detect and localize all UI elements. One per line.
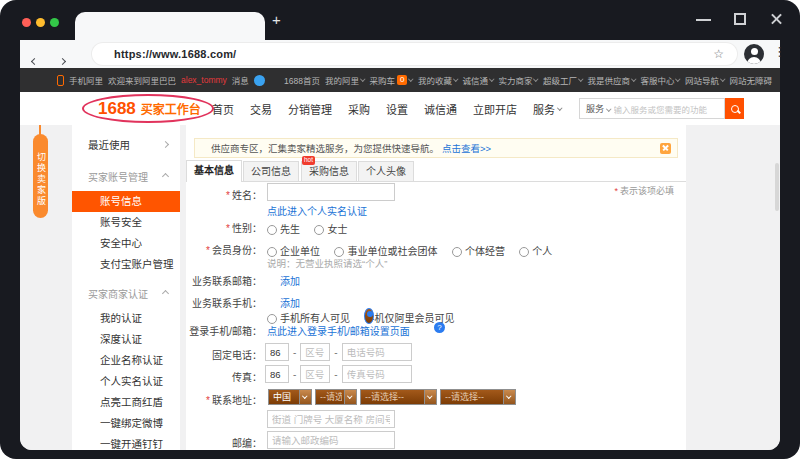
search-category-select[interactable]: 服务 <box>580 102 604 115</box>
topbar-messages-link[interactable]: 消息 <box>232 74 249 86</box>
phone-country-input[interactable] <box>265 343 289 361</box>
topbar-link-chengxintong[interactable]: 诚信通 <box>462 74 493 86</box>
banner-close-icon[interactable] <box>660 143 671 154</box>
switch-seller-ribbon[interactable]: 切换卖家版 <box>33 134 48 218</box>
topbar-username[interactable]: alex_tommy <box>181 75 227 85</box>
help-icon[interactable] <box>434 322 445 333</box>
browser-menu-icon[interactable]: ⋮ <box>773 44 786 59</box>
sidebar-item-my-certification[interactable]: 我的认证 <box>72 308 180 329</box>
sidebar-item-deep-certification[interactable]: 深度认证 <box>72 329 180 350</box>
window-maximize-icon[interactable] <box>734 13 746 25</box>
topbar-link-supplier[interactable]: 我是供应商 <box>587 74 635 86</box>
nav-item-trade[interactable]: 交易 <box>250 101 272 117</box>
radio-icon[interactable] <box>519 247 529 257</box>
member-type-label: 会员身份： <box>206 242 262 257</box>
street-input[interactable] <box>267 410 395 428</box>
sidebar-item-open-dingtalk[interactable]: 一键开通钉钉 <box>72 434 180 450</box>
tab-company-info[interactable]: 公司信息 <box>243 161 299 182</box>
topbar-link-strength-merchant[interactable]: 实力商家 <box>498 74 538 86</box>
nav-item-settings[interactable]: 设置 <box>386 101 408 117</box>
page-scrollbar[interactable] <box>775 163 779 211</box>
nav-item-services[interactable]: 服务 <box>533 101 562 117</box>
select-chevron-icon <box>424 390 436 404</box>
topbar-link-accessibility[interactable]: 网站无障碍 <box>729 74 772 86</box>
topbar-link-my-ali[interactable]: 我的阿里 <box>325 74 365 86</box>
back-icon[interactable] <box>32 50 37 68</box>
messenger-icon[interactable] <box>254 75 265 86</box>
window-minimize-icon[interactable] <box>696 19 711 21</box>
tab-basic-info[interactable]: 基本信息 <box>186 160 242 182</box>
sidebar-item-account-info[interactable]: 账号信息 <box>72 191 180 212</box>
fax-number-input[interactable] <box>342 365 412 383</box>
member-option-self-employed[interactable]: 个体经营 <box>452 246 505 257</box>
tab-avatar[interactable]: 个人头像 <box>358 161 414 182</box>
header-search-box[interactable]: 服务 输入服务或您需要的功能 <box>579 98 725 119</box>
tab-purchase-info[interactable]: 采购信息 hot <box>301 161 357 182</box>
search-button[interactable] <box>725 98 744 119</box>
radio-icon[interactable] <box>314 225 324 235</box>
login-contact-settings-link[interactable]: 点此进入登录手机/邮箱设置页面 <box>267 323 410 338</box>
fax-country-input[interactable] <box>265 365 289 383</box>
topbar-link-sitemap[interactable]: 网站导航 <box>685 74 725 86</box>
nav-item-home[interactable]: 首页 <box>212 101 234 117</box>
site-logo[interactable]: 1688 买家工作台 <box>98 99 201 119</box>
nav-item-open-shop[interactable]: 立即开店 <box>473 101 517 117</box>
topbar-link-cart[interactable]: 采购车0 <box>369 74 412 86</box>
country-select[interactable]: 中国 <box>268 389 312 405</box>
realname-cert-link[interactable]: 点此进入个人实名认证 <box>267 203 367 218</box>
add-biz-email-link[interactable]: 添加 <box>280 273 300 288</box>
chevron-up-icon <box>162 290 169 297</box>
window-close-icon[interactable] <box>770 13 783 26</box>
bookmark-star-icon[interactable]: ☆ <box>713 43 724 65</box>
phone-label: 固定电话： <box>212 347 262 362</box>
gender-option-female[interactable]: 女士 <box>314 224 347 235</box>
topbar-link-home[interactable]: 1688首页 <box>284 74 320 86</box>
nav-item-chengxintong[interactable]: 诚信通 <box>424 101 457 117</box>
province-select[interactable]: --请选择-- <box>315 389 357 405</box>
sidebar-item-recent[interactable]: 最近使用 <box>72 125 180 162</box>
sidebar-item-alipay-management[interactable]: 支付宝账户管理 <box>72 254 180 275</box>
phone-area-input[interactable] <box>300 343 330 361</box>
sidebar-item-personal-realname-cert[interactable]: 个人实名认证 <box>72 371 180 392</box>
close-traffic-light[interactable] <box>22 18 31 27</box>
phone-number-input[interactable] <box>342 343 412 361</box>
forward-icon[interactable] <box>60 50 65 68</box>
fax-area-input[interactable] <box>300 365 330 383</box>
page-viewport: 手机阿里 欢迎来到阿里巴巴 alex_tommy 消息 1688首页 我的阿里 … <box>20 68 780 450</box>
banner-link[interactable]: 点击查看>> <box>442 141 491 155</box>
new-tab-button[interactable]: + <box>272 10 281 30</box>
district-select[interactable]: --请选择-- <box>440 389 516 405</box>
browser-tab[interactable] <box>75 12 265 40</box>
radio-icon[interactable] <box>267 314 277 324</box>
radio-icon[interactable] <box>267 225 277 235</box>
topbar-link-super-factory[interactable]: 超级工厂 <box>543 74 583 86</box>
url-bar[interactable]: https://www.1688.com/ ☆ <box>92 43 737 65</box>
radio-icon[interactable] <box>452 247 462 257</box>
zip-input[interactable] <box>267 431 395 449</box>
city-select[interactable]: --请选择-- <box>360 389 437 405</box>
topbar-phone-label[interactable]: 手机阿里 <box>69 74 103 86</box>
gender-option-male[interactable]: 先生 <box>267 224 300 235</box>
member-option-personal[interactable]: 个人 <box>519 246 552 257</box>
chevron-up-icon <box>162 173 169 180</box>
page-body: 切换卖家版 最近使用 买家账号管理 账号信息 账号安全 安全中心 支付宝账户管理… <box>20 125 780 450</box>
sidebar-item-account-security[interactable]: 账号安全 <box>72 212 180 233</box>
sidebar-item-bind-weibo[interactable]: 一键绑定微博 <box>72 413 180 434</box>
logo-1688-text: 1688 <box>98 99 136 119</box>
sidebar-item-security-center[interactable]: 安全中心 <box>72 233 180 254</box>
sidebar-group-buyer-certification[interactable]: 买家商家认证 <box>72 279 180 308</box>
topbar-link-service-center[interactable]: 客服中心 <box>640 74 680 86</box>
nav-item-distribution[interactable]: 分销管理 <box>288 101 332 117</box>
profile-avatar[interactable] <box>744 44 764 64</box>
sidebar-item-company-name-cert[interactable]: 企业名称认证 <box>72 350 180 371</box>
minimize-traffic-light[interactable] <box>36 18 45 27</box>
sidebar-group-buyer-account[interactable]: 买家账号管理 <box>72 162 180 191</box>
radio-icon[interactable] <box>267 247 277 257</box>
name-input[interactable] <box>267 183 395 201</box>
topbar-link-favorites[interactable]: 我的收藏 <box>418 74 458 86</box>
nav-item-procurement[interactable]: 采购 <box>348 101 370 117</box>
radio-icon[interactable] <box>334 247 344 257</box>
sidebar-item-red-shield[interactable]: 点亮工商红盾 <box>72 392 180 413</box>
search-input[interactable]: 输入服务或您需要的功能 <box>614 103 724 115</box>
zoom-traffic-light[interactable] <box>50 18 59 27</box>
